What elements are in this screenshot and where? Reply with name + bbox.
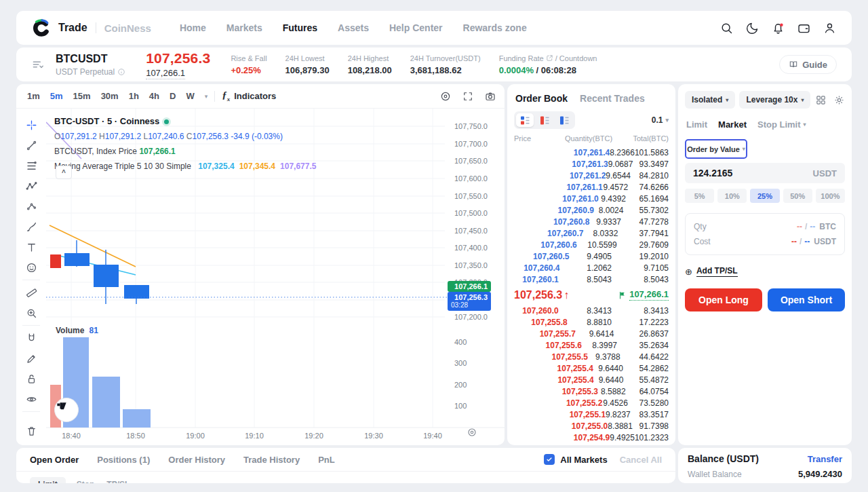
nav-item-rewards-zone[interactable]: Rewards zone	[463, 22, 527, 33]
timeframe-1m[interactable]: 1m	[27, 91, 40, 101]
forecast-icon[interactable]	[21, 196, 41, 216]
margin-mode-select[interactable]: Isolated▾	[685, 91, 735, 109]
ask-row[interactable]: 107,261.19.457274.6266	[507, 181, 675, 193]
draw-lock-icon[interactable]	[21, 348, 41, 368]
bid-row[interactable]: 107,260.08.34138.3413	[507, 305, 675, 316]
ask-row[interactable]: 107,261.29.654484.2810	[507, 170, 675, 181]
nav-item-assets[interactable]: Assets	[338, 22, 369, 33]
bid-row[interactable]: 107,255.38.588264.0754	[507, 385, 675, 397]
fullscreen-icon[interactable]	[462, 90, 474, 102]
axis-settings-icon[interactable]	[467, 427, 477, 438]
ask-row[interactable]: 107,260.78.033237.7941	[507, 227, 675, 239]
precision-select[interactable]: 0.1 ▾	[652, 115, 669, 125]
tab-recent-trades[interactable]: Recent Trades	[580, 93, 645, 104]
pattern-icon[interactable]	[21, 176, 41, 196]
ask-row[interactable]: 107,260.610.559929.7609	[507, 239, 675, 250]
percent-10[interactable]: 10%	[717, 189, 747, 203]
tab-pnl[interactable]: PnL	[318, 455, 335, 465]
bid-row[interactable]: 107,255.79.641426.8637	[507, 328, 675, 339]
timeframe-1h[interactable]: 1h	[129, 91, 139, 101]
fib-icon[interactable]	[21, 155, 41, 176]
bid-row[interactable]: 107,255.08.388191.7398	[507, 420, 675, 432]
nav-item-markets[interactable]: Markets	[226, 22, 262, 33]
nav-item-help-center[interactable]: Help Center	[389, 22, 443, 33]
zoom-in-icon[interactable]	[21, 303, 41, 323]
open-long-button[interactable]: Open Long	[685, 288, 762, 311]
coinness-logo-icon[interactable]	[31, 18, 52, 38]
ask-row[interactable]: 107,261.39.068793.3497	[507, 158, 675, 170]
trendline-icon[interactable]	[21, 135, 41, 155]
user-icon[interactable]	[823, 21, 837, 35]
timeframe-15m[interactable]: 15m	[73, 91, 91, 101]
guide-button[interactable]: Guide	[779, 55, 837, 74]
add-tpsl-button[interactable]: ⊕ Add TP/SL	[685, 266, 738, 277]
chevron-down-icon[interactable]: ▾	[205, 93, 208, 100]
indicators-button[interactable]: ƒx Indicators	[222, 90, 276, 102]
tab-positions-1[interactable]: Positions (1)	[97, 455, 150, 465]
cancel-all-button[interactable]: Cancel All	[620, 455, 662, 465]
bid-row[interactable]: 107,255.88.881017.2223	[507, 316, 675, 328]
mid-last-price[interactable]: 107,256.3↑	[514, 289, 569, 301]
tradingview-logo-icon[interactable]	[54, 398, 79, 422]
ask-row[interactable]: 107,260.41.20629.7105	[507, 262, 675, 273]
eye-icon[interactable]	[21, 389, 41, 409]
timeframe-4h[interactable]: 4h	[149, 91, 159, 101]
ask-row[interactable]: 107,260.18.50438.5043	[507, 273, 675, 285]
bid-row[interactable]: 107,255.29.452673.5280	[507, 397, 675, 409]
bell-icon[interactable]	[771, 21, 785, 35]
tab-open-order[interactable]: Open Order	[30, 455, 79, 465]
bid-row[interactable]: 107,255.49.644055.4872	[507, 374, 675, 385]
market-list-icon[interactable]	[31, 58, 45, 71]
open-short-button[interactable]: Open Short	[768, 288, 845, 311]
amount-input[interactable]: 124.2165 USDT	[685, 163, 845, 183]
timeframe-30m[interactable]: 30m	[101, 91, 119, 101]
ask-row[interactable]: 107,260.89.933747.7278	[507, 216, 675, 227]
index-price[interactable]: 107,266.1	[146, 68, 185, 79]
timeframe-D[interactable]: D	[170, 91, 176, 101]
nav-item-home[interactable]: Home	[180, 22, 206, 33]
bid-row[interactable]: 107,255.68.399735.2634	[507, 339, 675, 351]
tab-order-history[interactable]: Order History	[168, 455, 225, 465]
moon-icon[interactable]	[745, 21, 760, 35]
subtab-limit[interactable]: Limit	[30, 477, 66, 483]
order-type-market[interactable]: Market	[718, 119, 747, 130]
layout-sell-icon[interactable]	[536, 113, 553, 127]
percent-100[interactable]: 100%	[816, 189, 845, 203]
ruler-icon[interactable]	[21, 282, 41, 303]
ask-row[interactable]: 107,261.48.2366101.5863	[507, 147, 675, 158]
timeframe-5m[interactable]: 5m	[50, 91, 63, 101]
order-type-stop-limit[interactable]: Stop Limit▾	[757, 119, 806, 130]
crosshair-icon[interactable]	[21, 115, 41, 135]
settings-gear-icon[interactable]	[833, 94, 845, 106]
legend-collapse-button[interactable]: ^	[56, 166, 72, 179]
all-markets-checkbox[interactable]	[544, 454, 555, 465]
chart-settings-icon[interactable]	[439, 90, 452, 102]
timeframe-W[interactable]: W	[186, 91, 194, 101]
order-by-select[interactable]: Order by Value ▾	[685, 139, 747, 159]
ask-row[interactable]: 107,261.09.439265.1694	[507, 193, 675, 204]
brush-icon[interactable]	[21, 216, 41, 237]
percent-5[interactable]: 5%	[685, 189, 714, 203]
bid-row[interactable]: 107,254.99.4925101.2323	[507, 432, 675, 443]
magnet-icon[interactable]	[21, 328, 41, 348]
bid-row[interactable]: 107,255.49.644054.2862	[507, 362, 675, 374]
transfer-link[interactable]: Transfer	[808, 454, 842, 464]
tab-order-book[interactable]: Order Book	[515, 93, 568, 104]
subtab-stop[interactable]: Stop	[75, 477, 96, 483]
emoji-icon[interactable]	[21, 257, 41, 278]
layout-buy-icon[interactable]	[555, 113, 573, 127]
ask-row[interactable]: 107,260.59.490519.2010	[507, 250, 675, 262]
camera-icon[interactable]	[484, 90, 496, 102]
trash-icon[interactable]	[21, 421, 41, 441]
symbol-block[interactable]: BTCUSDT USDT Perpetual	[56, 53, 125, 77]
percent-25[interactable]: 25%	[750, 189, 779, 203]
chart-canvas[interactable]: BTC-USDT · 5 · Coinness O107,291.2 H107,…	[16, 84, 505, 445]
order-type-limit[interactable]: Limit	[686, 119, 707, 130]
nav-item-futures[interactable]: Futures	[283, 22, 317, 33]
subtab-tp-sl[interactable]: TP/SL	[105, 477, 131, 483]
mid-index-price[interactable]: 107,266.1	[629, 289, 669, 301]
bid-row[interactable]: 107,255.59.378844.6422	[507, 351, 675, 362]
bid-row[interactable]: 107,255.19.823783.3517	[507, 409, 675, 420]
lock-icon[interactable]	[21, 368, 41, 389]
text-icon[interactable]	[21, 237, 41, 257]
